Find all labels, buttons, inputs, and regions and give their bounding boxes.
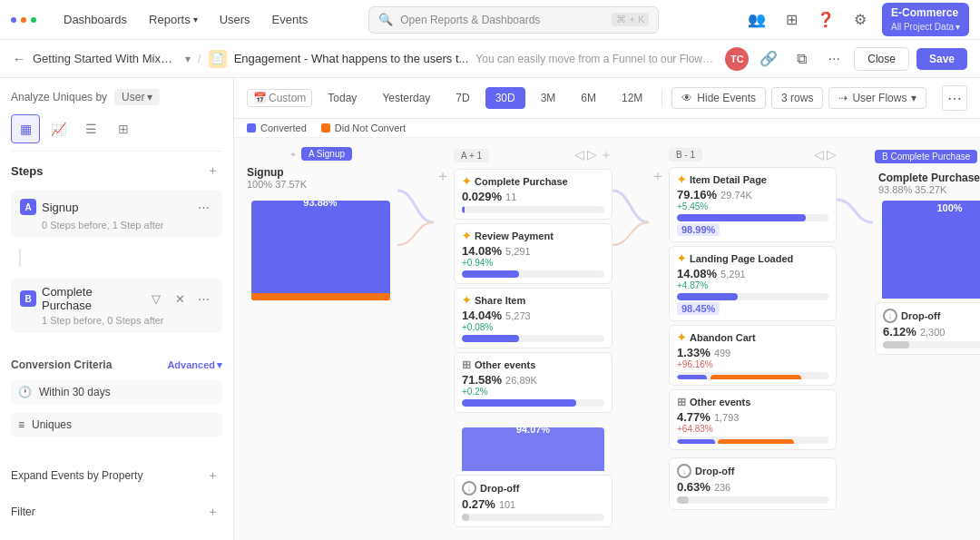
add-before-icon[interactable]: ＋ <box>289 148 298 161</box>
calendar-icon-btn[interactable]: 📅 Custom <box>247 89 312 107</box>
add-step-button[interactable]: ＋ <box>202 161 222 181</box>
dropoff-bar <box>677 496 828 504</box>
30d-btn[interactable]: 30D <box>485 87 525 109</box>
content-area: 📅 Custom Today Yesterday 7D 30D 3M 6M 12… <box>234 78 980 540</box>
expand-label: Expand Events by Property <box>11 469 142 482</box>
event-name: ✦ Complete Purchase <box>462 175 604 188</box>
event-complete-purchase-a1[interactable]: ✦ Complete Purchase 0.029% 11 <box>454 169 612 220</box>
more-button[interactable]: ⋯ <box>942 85 967 111</box>
event-bar <box>462 335 604 342</box>
12m-btn[interactable]: 12M <box>612 87 652 109</box>
plus-between-b-icon[interactable]: ＋ <box>649 167 667 186</box>
user-flows-label: User Flows <box>852 92 906 104</box>
add-a1-icon[interactable]: ＋ <box>600 147 612 163</box>
a1-controls: ◁ ▷ ＋ <box>574 147 612 163</box>
parent-breadcrumb: Getting Started With Mixpan... <box>33 52 178 65</box>
advanced-toggle[interactable]: Advanced ▾ <box>167 359 222 371</box>
logo <box>11 17 36 23</box>
copy-icon[interactable]: ⧉ <box>789 46 814 72</box>
expand-events-button[interactable]: ＋ <box>202 466 222 486</box>
3m-btn[interactable]: 3M <box>531 87 566 109</box>
step-b-delete-button[interactable]: ✕ <box>170 289 190 309</box>
within-days-row[interactable]: 🕐 Within 30 days <box>11 380 222 404</box>
event-landing-page[interactable]: ✦ Landing Page Loaded 14.08% 5,291 +4.87… <box>669 246 837 321</box>
nav-links: Dashboards Reports ▾ Users Events <box>54 9 317 30</box>
chevron-down-icon: ▾ <box>911 92 916 104</box>
event-share-item[interactable]: ✦ Share Item 14.04% 5,273 +0.08% <box>454 288 612 349</box>
connector-b1 <box>612 147 649 531</box>
expand-icon[interactable]: ▷ <box>587 147 597 163</box>
step-a-meta: 0 Steps before, 1 Step after <box>20 220 213 231</box>
user-flows-button[interactable]: ⇢ User Flows ▾ <box>828 87 926 109</box>
event-name: ✦ Landing Page Loaded <box>677 252 828 265</box>
converted-legend: Converted <box>247 123 307 133</box>
b1-expand-icon[interactable]: ▷ <box>827 147 837 162</box>
7d-btn[interactable]: 7D <box>446 87 479 109</box>
step-b-more-button[interactable]: ⋯ <box>193 289 213 309</box>
nav-users[interactable]: Users <box>211 9 260 30</box>
a1-bar-label: 94.07% <box>516 424 550 435</box>
step-a-more-button[interactable]: ⋯ <box>193 197 213 217</box>
nav-reports[interactable]: Reports ▾ <box>140 9 207 30</box>
plus-between-icon[interactable]: ＋ <box>434 167 452 186</box>
add-between-a[interactable]: ＋ <box>434 147 452 531</box>
brand-pill[interactable]: E-Commerce All Project Data ▾ <box>882 3 969 36</box>
uniques-row[interactable]: ≡ Uniques <box>11 413 222 437</box>
bar-chart-button[interactable]: ▦ <box>11 114 40 143</box>
back-button[interactable]: ← <box>13 52 25 66</box>
dropoff-bar <box>462 514 604 521</box>
close-button[interactable]: Close <box>854 47 909 71</box>
top-nav: Dashboards Reports ▾ Users Events 🔍 Open… <box>0 0 980 40</box>
more-icon[interactable]: ··· <box>821 46 847 72</box>
event-review-payment[interactable]: ✦ Review Payment 14.08% 5,291 +0.94% <box>454 223 612 284</box>
steps-label: Steps <box>11 164 43 178</box>
step-b-name: Complete Purchase <box>42 285 141 312</box>
save-button[interactable]: Save <box>916 48 967 70</box>
add-between-b[interactable]: ＋ <box>649 147 667 531</box>
grid-icon[interactable]: ⊞ <box>779 7 804 33</box>
event-abandon-cart[interactable]: ✦ Abandon Cart 1.33% 499 +96.16% <box>669 325 837 386</box>
b1-collapse-icon[interactable]: ◁ <box>814 147 824 162</box>
event-other-a1[interactable]: ⊞ Other events 71.58% 26,89K +0.2% <box>454 352 612 413</box>
table-chart-button[interactable]: ☰ <box>76 114 105 143</box>
not-converted-dot <box>321 123 330 133</box>
hide-events-button[interactable]: 👁 Hide Events <box>671 87 766 109</box>
line-chart-button[interactable]: 📈 <box>44 114 73 143</box>
add-filter-button[interactable]: ＋ <box>202 502 222 522</box>
event-change: +4.87% <box>677 280 828 290</box>
bar-fill <box>883 341 909 349</box>
step-b-filter-button[interactable]: ▽ <box>146 289 166 309</box>
collapse-icon[interactable]: ◁ <box>574 147 584 163</box>
scatter-chart-button[interactable]: ⊞ <box>109 114 138 143</box>
chevron-down-icon: ▾ <box>147 91 152 103</box>
event-name: ✦ Share Item <box>462 294 604 307</box>
settings-icon[interactable]: ⚙ <box>848 7 873 33</box>
bar-fill-orange <box>718 439 794 444</box>
help-icon[interactable]: ❓ <box>813 7 838 33</box>
event-item-detail[interactable]: ✦ Item Detail Page 79.16% 29.74K +5.45% … <box>669 167 837 242</box>
flow-connector <box>397 172 434 272</box>
step-b-meta: 1 Step before, 0 Steps after <box>20 315 213 326</box>
today-btn[interactable]: Today <box>318 87 367 109</box>
event-stats: 14.08% 5,291 <box>462 244 604 258</box>
signup-tag: A Signup <box>301 147 352 161</box>
event-other-b1[interactable]: ⊞ Other events 4.77% 1,793 +64.83% <box>669 389 837 450</box>
event-name: ✦ Item Detail Page <box>677 173 828 186</box>
complete-bar-fill <box>882 201 980 299</box>
collapse-sidebar[interactable]: ⊣ <box>11 535 222 540</box>
link-icon[interactable]: 🔗 <box>756 46 781 72</box>
bar-fill-purple <box>677 375 707 379</box>
page-description: You can easily move from a Funnel to our… <box>475 53 718 65</box>
sep1 <box>662 89 662 107</box>
yesterday-btn[interactable]: Yesterday <box>372 87 440 109</box>
nav-events[interactable]: Events <box>263 9 318 30</box>
analyze-by-selector[interactable]: User ▾ <box>114 89 160 105</box>
nav-dashboards[interactable]: Dashboards <box>54 9 136 30</box>
analyze-label: Analyze Uniques by <box>11 91 107 103</box>
search-bar[interactable]: 🔍 Open Reports & Dashboards ⌘ + K <box>368 6 659 34</box>
dropoff-stats: 6.12% 2,300 <box>883 325 980 339</box>
people-icon[interactable]: 👥 <box>744 7 769 33</box>
6m-btn[interactable]: 6M <box>571 87 606 109</box>
event-bar <box>677 372 828 379</box>
logo-dot <box>21 17 26 23</box>
